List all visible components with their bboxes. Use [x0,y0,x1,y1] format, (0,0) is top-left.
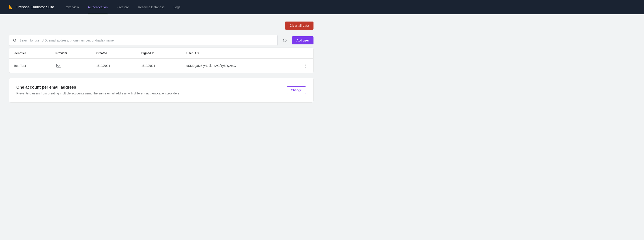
policy-card: One account per email address Preventing… [9,78,314,102]
col-header-signed-in: Signed In [137,48,182,59]
policy-description: Preventing users from creating multiple … [16,91,196,95]
main-nav: Overview Authentication Firestore Realti… [61,0,185,14]
search-icon [13,38,17,42]
search-row: Add user [9,35,314,46]
svg-rect-2 [56,64,61,67]
app-logo: Firebase Emulator Suite [7,4,54,10]
nav-item-firestore[interactable]: Firestore [112,0,134,14]
svg-line-1 [16,41,16,42]
refresh-icon [282,38,287,43]
cell-identifier: Test Test [9,59,51,73]
policy-info: One account per email address Preventing… [16,85,280,95]
svg-point-3 [305,64,306,65]
table-row: Test Test 1/19/2021 1/19/2021 cSNDgaM3ty… [9,59,313,73]
col-header-identifier: Identifier [9,48,51,59]
nav-item-authentication[interactable]: Authentication [83,0,112,14]
cell-user-uid: cSNDgaM3tyr3t9lzmAGf1y5RyzmG [182,59,297,73]
policy-title: One account per email address [16,85,280,90]
change-policy-button[interactable]: Change [286,86,306,94]
cell-provider [51,59,92,73]
col-header-user-uid: User UID [182,48,297,59]
clear-all-button[interactable]: Clear all data [285,22,314,30]
add-user-button[interactable]: Add user [292,36,314,44]
app-header: Firebase Emulator Suite Overview Authent… [0,0,644,14]
col-header-created: Created [92,48,137,59]
svg-point-5 [305,67,306,68]
users-table: Identifier Provider Created Signed In Us… [9,48,313,73]
app-title: Firebase Emulator Suite [16,5,54,9]
cell-created: 1/19/2021 [92,59,137,73]
users-table-container: Identifier Provider Created Signed In Us… [9,48,314,73]
main-content: Clear all data Add user Identifier Provi… [0,14,322,110]
refresh-button[interactable] [280,36,289,45]
top-actions-bar: Clear all data [9,22,314,30]
table-header-row: Identifier Provider Created Signed In Us… [9,48,313,59]
more-options-button[interactable] [302,62,309,69]
svg-point-4 [305,65,306,66]
firebase-icon [7,4,14,10]
col-header-actions [297,48,313,59]
nav-item-logs[interactable]: Logs [169,0,185,14]
nav-item-overview[interactable]: Overview [61,0,83,14]
nav-item-realtime-database[interactable]: Realtime Database [134,0,169,14]
cell-signed-in: 1/19/2021 [137,59,182,73]
search-container [9,35,278,46]
cell-row-actions [297,59,313,73]
search-input[interactable] [20,39,274,42]
email-provider-icon [56,63,62,68]
col-header-provider: Provider [51,48,92,59]
